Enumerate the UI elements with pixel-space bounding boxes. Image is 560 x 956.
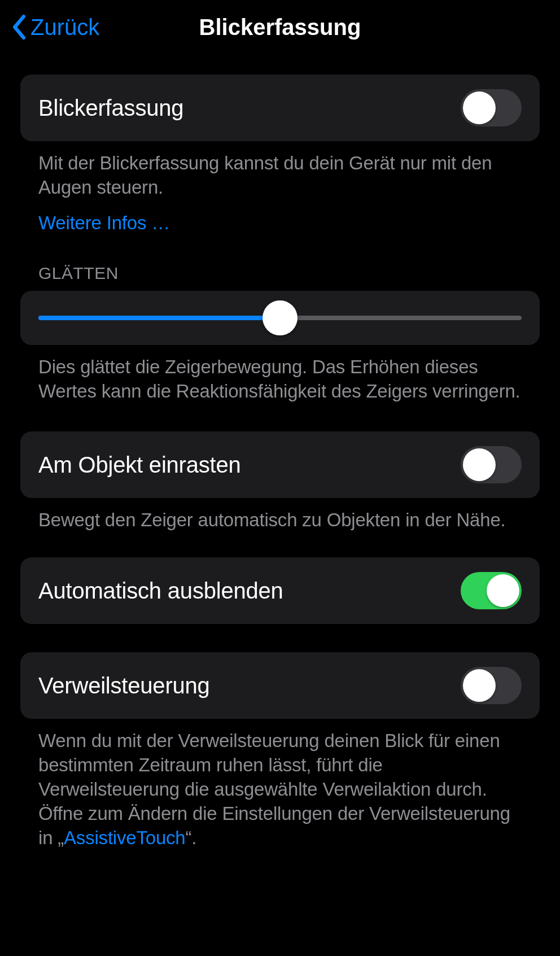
- snap-row[interactable]: Am Objekt einrasten: [20, 431, 540, 498]
- smoothing-slider[interactable]: [38, 316, 522, 320]
- more-info-link[interactable]: Weitere Infos …: [38, 211, 170, 235]
- smoothing-group: GLÄTTEN Dies glättet die Zeigerbewegung.…: [20, 264, 540, 404]
- snap-footer: Bewegt den Zeiger automatisch zu Objekte…: [20, 498, 540, 532]
- eye-tracking-toggle[interactable]: [461, 89, 522, 126]
- autohide-row[interactable]: Automatisch ausblenden: [20, 557, 540, 624]
- nav-bar: Zurück Blickerfassung: [0, 0, 560, 54]
- snap-group: Am Objekt einrasten Bewegt den Zeiger au…: [20, 431, 540, 532]
- page-title: Blickerfassung: [199, 15, 361, 40]
- snap-toggle[interactable]: [461, 446, 522, 483]
- eye-tracking-row[interactable]: Blickerfassung: [20, 75, 540, 141]
- back-label: Zurück: [30, 15, 99, 40]
- dwell-footer-post: “.: [186, 827, 197, 848]
- eye-tracking-group: Blickerfassung Mit der Blickerfassung ka…: [20, 75, 540, 235]
- snap-label: Am Objekt einrasten: [38, 452, 241, 478]
- dwell-group: Verweilsteuerung Wenn du mit der Verweil…: [20, 652, 540, 850]
- chevron-left-icon: [11, 15, 27, 40]
- dwell-row[interactable]: Verweilsteuerung: [20, 652, 540, 719]
- dwell-footer: Wenn du mit der Verweilsteuerung deinen …: [20, 719, 540, 850]
- eye-tracking-label: Blickerfassung: [38, 95, 183, 121]
- slider-fill: [38, 316, 280, 320]
- smoothing-footer: Dies glättet die Zeigerbewegung. Das Erh…: [20, 345, 540, 404]
- dwell-toggle[interactable]: [461, 667, 522, 704]
- toggle-knob: [463, 669, 496, 702]
- toggle-knob: [463, 448, 496, 481]
- autohide-toggle[interactable]: [461, 572, 522, 609]
- autohide-group: Automatisch ausblenden: [20, 557, 540, 624]
- slider-thumb[interactable]: [262, 300, 298, 335]
- eye-tracking-description: Mit der Blickerfassung kannst du dein Ge…: [38, 152, 492, 198]
- eye-tracking-footer: Mit der Blickerfassung kannst du dein Ge…: [20, 141, 540, 235]
- smoothing-header: GLÄTTEN: [20, 264, 540, 291]
- toggle-knob: [487, 574, 519, 607]
- settings-content: Blickerfassung Mit der Blickerfassung ka…: [0, 54, 560, 850]
- dwell-label: Verweilsteuerung: [38, 673, 210, 699]
- back-button[interactable]: Zurück: [11, 15, 99, 40]
- assistivetouch-link[interactable]: AssistiveTouch: [64, 827, 185, 848]
- autohide-label: Automatisch ausblenden: [38, 578, 283, 604]
- smoothing-slider-cell: [20, 291, 540, 345]
- toggle-knob: [463, 91, 496, 124]
